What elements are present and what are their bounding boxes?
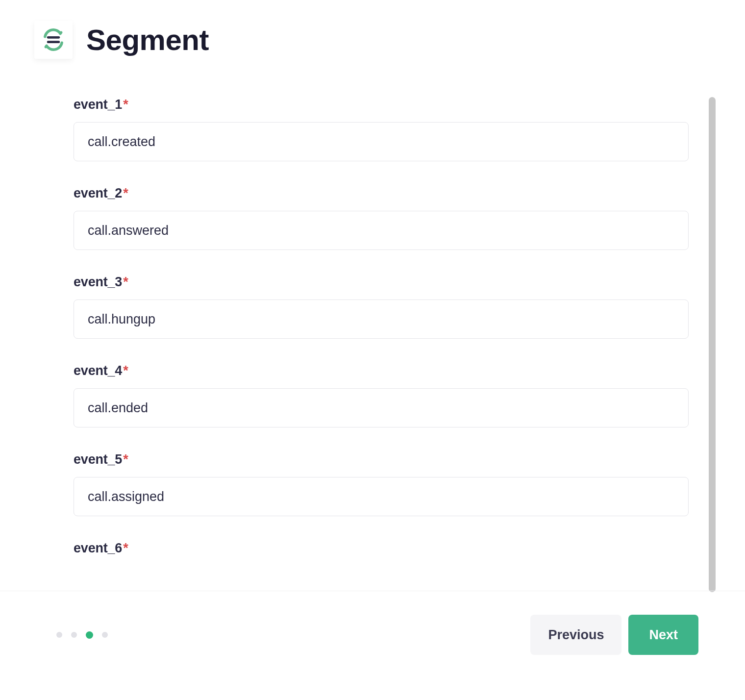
field-label: event_1* (74, 97, 689, 112)
field-event-6: event_6* (74, 541, 689, 556)
field-event-4: event_4* (74, 363, 689, 427)
field-label: event_6* (74, 541, 689, 556)
field-input-event-3[interactable] (74, 300, 689, 339)
previous-button[interactable]: Previous (530, 615, 621, 655)
field-event-1: event_1* (74, 97, 689, 161)
footer: Previous Next (0, 591, 745, 655)
scrollbar[interactable] (709, 97, 716, 592)
step-dot-3 (86, 631, 93, 639)
form-area: event_1* event_2* event_3* event_4* even… (29, 97, 716, 592)
field-event-3: event_3* (74, 275, 689, 339)
field-input-event-4[interactable] (74, 388, 689, 427)
field-event-2: event_2* (74, 186, 689, 250)
field-label: event_4* (74, 363, 689, 378)
step-indicator (29, 631, 108, 639)
page-header: Segment (29, 21, 716, 59)
step-dot-1 (56, 632, 62, 638)
field-label: event_2* (74, 186, 689, 201)
step-dot-4 (102, 632, 108, 638)
footer-buttons: Previous Next (530, 615, 716, 655)
field-event-5: event_5* (74, 452, 689, 516)
field-label: event_3* (74, 275, 689, 290)
field-label: event_5* (74, 452, 689, 467)
field-input-event-2[interactable] (74, 211, 689, 250)
next-button[interactable]: Next (628, 615, 698, 655)
field-input-event-5[interactable] (74, 477, 689, 516)
segment-icon (41, 27, 66, 52)
segment-logo (34, 21, 73, 59)
svg-point-1 (45, 46, 47, 48)
form-scroll[interactable]: event_1* event_2* event_3* event_4* even… (74, 97, 689, 592)
page-title: Segment (86, 23, 209, 57)
scrollbar-thumb[interactable] (709, 97, 716, 592)
svg-point-0 (60, 31, 62, 33)
field-input-event-1[interactable] (74, 122, 689, 161)
step-dot-2 (71, 632, 77, 638)
